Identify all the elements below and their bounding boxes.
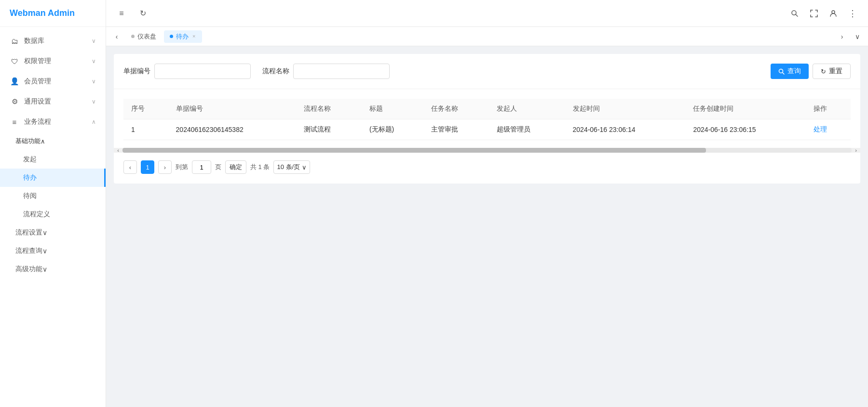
col-process-name: 流程名称 [296, 99, 362, 119]
col-task-name: 任务名称 [423, 99, 489, 119]
cell-process_name: 测试流程 [296, 119, 362, 140]
page-prev-button[interactable]: ‹ [123, 160, 137, 174]
chevron-down-icon: ∨ [92, 58, 96, 65]
chevron-up-icon: ∧ [92, 118, 96, 125]
horizontal-scrollbar[interactable]: ‹ › [114, 148, 860, 153]
scroll-bar-area[interactable] [122, 148, 852, 153]
user-button[interactable] [826, 6, 841, 21]
tabbar: ‹ 仪表盘 待办 × › ∨ [106, 27, 868, 46]
page-1-button[interactable]: 1 [141, 160, 154, 174]
divider [114, 89, 860, 89]
page-size-select[interactable]: 10 条/页 ∨ [273, 160, 310, 174]
chevron-down-icon: ∨ [92, 98, 96, 105]
more-menu-button[interactable]: ⋮ [845, 6, 860, 21]
sidebar-item-database[interactable]: 🗂 数据库 ∨ [0, 31, 106, 51]
search-actions: 查询 ↻ 重置 [771, 64, 851, 79]
tab-next-button[interactable]: › [835, 30, 849, 43]
tab-prev-button[interactable]: ‹ [110, 30, 123, 43]
tab-label-dashboard: 仪表盘 [137, 32, 156, 41]
sidebar-menu: 🗂 数据库 ∨ 🛡 权限管理 ∨ 👤 会员管理 ∨ ⚙ 通用设置 ∨ ≡ 业务流… [0, 27, 106, 407]
sidebar-item-pending[interactable]: 待办 [0, 169, 106, 187]
process-name-input[interactable] [293, 64, 390, 79]
col-action: 操作 [806, 99, 851, 119]
scroll-thumb[interactable] [122, 148, 706, 153]
chevron-down-icon: ∨ [92, 78, 96, 85]
search-bar: 单据编号 流程名称 查询 ↻ 重置 [123, 64, 851, 79]
topbar-left: ≡ ↻ [114, 6, 781, 21]
search-button[interactable] [787, 6, 802, 21]
sidebar-item-process-settings[interactable]: 流程设置 ∨ [0, 223, 106, 242]
gear-icon: ⚙ [10, 97, 19, 106]
col-title: 标题 [362, 99, 424, 119]
col-create-time: 任务创建时间 [685, 99, 806, 119]
refresh-button[interactable]: ↻ [135, 6, 150, 21]
menu-toggle-button[interactable]: ≡ [114, 6, 129, 21]
database-icon: 🗂 [10, 37, 19, 45]
sidebar-item-process-query[interactable]: 流程查询 ∨ [0, 242, 106, 260]
total-count: 共 1 条 [250, 163, 270, 171]
col-initiator: 发起人 [489, 99, 565, 119]
sidebar-item-member[interactable]: 👤 会员管理 ∨ [0, 71, 106, 92]
sidebar: Webman Admin 🗂 数据库 ∨ 🛡 权限管理 ∨ 👤 会员管理 ∨ ⚙… [0, 0, 106, 407]
user-icon: 👤 [10, 77, 19, 86]
tab-label-pending: 待办 [176, 32, 189, 41]
data-table: 序号 单据编号 流程名称 标题 任务名称 发起人 发起时间 任务创建时间 操作 … [123, 99, 851, 140]
cell-create_time: 2024-06-16 23:06:15 [685, 119, 806, 140]
sidebar-item-workflow[interactable]: ≡ 业务流程 ∧ [0, 112, 106, 132]
logo: Webman Admin [0, 0, 106, 27]
sidebar-item-settings[interactable]: ⚙ 通用设置 ∨ [0, 92, 106, 112]
table-header-row: 序号 单据编号 流程名称 标题 任务名称 发起人 发起时间 任务创建时间 操作 [123, 99, 851, 119]
sidebar-item-process-define[interactable]: 流程定义 [0, 205, 106, 223]
sidebar-item-advanced[interactable]: 高级功能 ∨ [0, 260, 106, 278]
cell-seq: 1 [123, 119, 168, 140]
table-body: 1202406162306145382测试流程(无标题)主管审批超级管理员202… [123, 119, 851, 140]
tab-dot [131, 35, 135, 38]
tab-dropdown-button[interactable]: ∨ [851, 30, 864, 43]
goto-label: 到第 [176, 163, 188, 171]
scroll-right-button[interactable]: › [852, 146, 860, 155]
sidebar-item-pending-read[interactable]: 待阅 [0, 187, 106, 205]
topbar-right: ⋮ [787, 6, 860, 21]
table-head: 序号 单据编号 流程名称 标题 任务名称 发起人 发起时间 任务创建时间 操作 [123, 99, 851, 119]
tab-pending[interactable]: 待办 × [164, 30, 202, 43]
tab-dashboard[interactable]: 仪表盘 [125, 30, 162, 43]
chevron-down-icon: ∨ [92, 38, 96, 44]
action-handle-button[interactable]: 处理 [814, 125, 827, 133]
order-number-input[interactable] [154, 64, 251, 79]
cell-order_no: 202406162306145382 [168, 119, 297, 140]
svg-point-2 [832, 11, 835, 13]
process-name-label: 流程名称 [262, 67, 289, 76]
main-area: ≡ ↻ ⋮ ‹ 仪表盘 [106, 0, 868, 407]
col-order-no: 单据编号 [168, 99, 297, 119]
cell-task_name: 主管审批 [423, 119, 489, 140]
cell-action: 处理 [806, 119, 851, 140]
sidebar-item-basic[interactable]: 基础功能 ∧ [0, 132, 106, 150]
chevron-up-icon: ∧ [41, 138, 45, 145]
table-row: 1202406162306145382测试流程(无标题)主管审批超级管理员202… [123, 119, 851, 140]
sidebar-item-launch[interactable]: 发起 [0, 150, 106, 169]
pagination: ‹ 1 › 到第 页 确定 共 1 条 10 条/页 ∨ [123, 153, 851, 174]
fullscreen-button[interactable] [806, 6, 822, 21]
content-area: 单据编号 流程名称 查询 ↻ 重置 [106, 46, 868, 407]
tab-dot [170, 35, 173, 38]
tabbar-right: › ∨ [835, 30, 864, 43]
col-start-time: 发起时间 [565, 99, 686, 119]
content-card: 单据编号 流程名称 查询 ↻ 重置 [114, 54, 860, 184]
scroll-left-button[interactable]: ‹ [114, 146, 122, 155]
page-next-button[interactable]: › [158, 160, 172, 174]
tab-close-button[interactable]: × [191, 33, 196, 39]
page-label: 页 [215, 163, 221, 171]
order-number-label: 单据编号 [123, 67, 150, 76]
page-confirm-button[interactable]: 确定 [225, 160, 246, 174]
cell-initiator: 超级管理员 [489, 119, 565, 140]
chevron-down-icon: ∨ [42, 265, 47, 273]
cell-title: (无标题) [362, 119, 424, 140]
reset-button[interactable]: ↻ 重置 [813, 64, 851, 79]
workflow-icon: ≡ [10, 118, 19, 126]
sidebar-item-permission[interactable]: 🛡 权限管理 ∨ [0, 51, 106, 71]
cell-start_time: 2024-06-16 23:06:14 [565, 119, 686, 140]
query-button[interactable]: 查询 [771, 64, 809, 79]
page-goto-input[interactable] [192, 160, 211, 174]
col-seq: 序号 [123, 99, 168, 119]
svg-line-1 [796, 14, 798, 16]
